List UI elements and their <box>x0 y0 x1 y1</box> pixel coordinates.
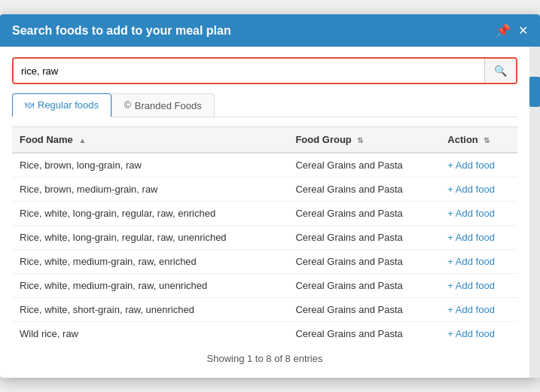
cell-food-group: Cereal Grains and Pasta <box>288 202 440 226</box>
tab-branded-foods[interactable]: © Branded Foods <box>111 93 215 117</box>
add-food-button[interactable]: + Add food <box>447 232 495 243</box>
search-input[interactable] <box>14 59 484 83</box>
add-food-button[interactable]: + Add food <box>447 184 495 195</box>
sort-icon-food-name: ▲ <box>78 136 86 144</box>
table-row: Rice, brown, long-grain, rawCereal Grain… <box>12 153 517 178</box>
tab-regular-foods[interactable]: 🍽 Regular foods <box>12 93 111 117</box>
foods-table: Food Name ▲ Food Group ⇅ Action ⇅ <box>12 126 517 345</box>
cell-action: + Add food <box>440 274 517 298</box>
table-row: Rice, white, medium-grain, raw, enriched… <box>12 250 517 274</box>
pagination-footer: Showing 1 to 8 of 8 entries <box>12 345 517 367</box>
modal-title: Search foods to add to your meal plan <box>12 24 231 38</box>
add-food-button[interactable]: + Add food <box>447 280 495 291</box>
cell-food-name: Rice, white, long-grain, regular, raw, e… <box>12 202 288 226</box>
regular-tab-icon: 🍽 <box>25 100 34 111</box>
cell-food-group: Cereal Grains and Pasta <box>288 178 440 202</box>
scrollbar-thumb[interactable] <box>529 77 540 107</box>
close-icon[interactable]: ✕ <box>518 23 528 38</box>
table-row: Wild rice, rawCereal Grains and Pasta+ A… <box>12 322 517 346</box>
cell-food-name: Rice, white, long-grain, regular, raw, u… <box>12 226 288 250</box>
col-header-food-group[interactable]: Food Group ⇅ <box>288 127 440 153</box>
header-icons: 📌 ✕ <box>496 23 528 38</box>
modal-body: 🔍 🍽 Regular foods © Branded Foods <box>0 47 529 378</box>
cell-food-name: Rice, white, medium-grain, raw, unenrich… <box>12 274 288 298</box>
cell-action: + Add food <box>440 178 517 202</box>
table-row: Rice, white, long-grain, regular, raw, e… <box>12 202 517 226</box>
pin-icon[interactable]: 📌 <box>496 23 511 38</box>
modal-inner: 🔍 🍽 Regular foods © Branded Foods <box>0 47 540 378</box>
add-food-button[interactable]: + Add food <box>447 304 495 315</box>
cell-food-group: Cereal Grains and Pasta <box>288 322 440 346</box>
showing-text: Showing 1 to 8 of 8 entries <box>207 353 323 364</box>
add-food-button[interactable]: + Add food <box>447 160 495 171</box>
table-row: Rice, brown, medium-grain, rawCereal Gra… <box>12 178 517 202</box>
cell-action: + Add food <box>440 202 517 226</box>
cell-food-group: Cereal Grains and Pasta <box>288 298 440 322</box>
table-row: Rice, white, medium-grain, raw, unenrich… <box>12 274 517 298</box>
cell-action: + Add food <box>440 298 517 322</box>
scrollbar[interactable] <box>529 47 540 378</box>
cell-action: + Add food <box>440 153 517 178</box>
search-button[interactable]: 🔍 <box>484 59 516 83</box>
table-row: Rice, white, long-grain, regular, raw, u… <box>12 226 517 250</box>
cell-food-group: Cereal Grains and Pasta <box>288 274 440 298</box>
cell-food-group: Cereal Grains and Pasta <box>288 250 440 274</box>
tab-regular-foods-label: Regular foods <box>38 99 99 111</box>
add-food-button[interactable]: + Add food <box>447 256 495 267</box>
cell-food-name: Rice, white, medium-grain, raw, enriched <box>12 250 288 274</box>
branded-tab-icon: © <box>124 100 131 111</box>
cell-action: + Add food <box>440 226 517 250</box>
modal-header: Search foods to add to your meal plan 📌 … <box>0 14 540 47</box>
tabs-container: 🍽 Regular foods © Branded Foods <box>12 93 517 117</box>
sort-icon-action: ⇅ <box>484 136 490 144</box>
cell-action: + Add food <box>440 250 517 274</box>
search-bar: 🔍 <box>12 57 517 84</box>
col-header-food-name[interactable]: Food Name ▲ <box>12 127 288 153</box>
table-row: Rice, white, short-grain, raw, unenriche… <box>12 298 517 322</box>
cell-action: + Add food <box>440 322 517 346</box>
sort-icon-food-group: ⇅ <box>357 136 363 144</box>
col-header-action[interactable]: Action ⇅ <box>440 127 517 153</box>
add-food-button[interactable]: + Add food <box>447 208 495 219</box>
table-header-row: Food Name ▲ Food Group ⇅ Action ⇅ <box>12 127 517 153</box>
cell-food-group: Cereal Grains and Pasta <box>288 153 440 178</box>
table-container: Food Name ▲ Food Group ⇅ Action ⇅ <box>12 126 517 345</box>
tab-branded-foods-label: Branded Foods <box>135 100 202 111</box>
cell-food-name: Rice, white, short-grain, raw, unenriche… <box>12 298 288 322</box>
main-content: 🔍 🍽 Regular foods © Branded Foods <box>0 47 529 378</box>
cell-food-name: Wild rice, raw <box>12 322 288 346</box>
cell-food-group: Cereal Grains and Pasta <box>288 226 440 250</box>
cell-food-name: Rice, brown, medium-grain, raw <box>12 178 288 202</box>
cell-food-name: Rice, brown, long-grain, raw <box>12 153 288 178</box>
search-modal: Search foods to add to your meal plan 📌 … <box>0 14 540 378</box>
add-food-button[interactable]: + Add food <box>447 328 495 339</box>
